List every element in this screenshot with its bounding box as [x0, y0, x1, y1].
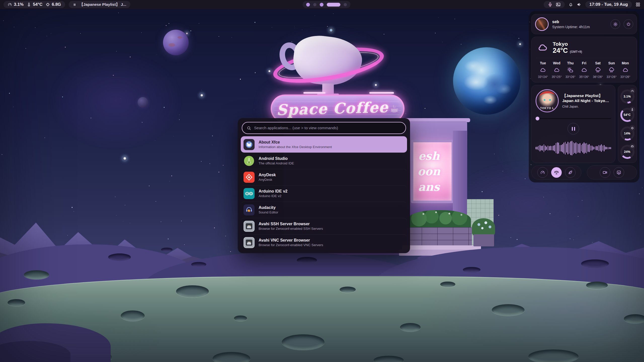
app-subtitle: Browse for Zeroconf-enabled SSH Servers: [259, 227, 323, 231]
system-uptime: System Uptime: 4h11m: [552, 25, 607, 29]
bell-icon[interactable]: [568, 2, 573, 7]
image-icon[interactable]: [556, 2, 561, 7]
app-subtitle: Sound Editor: [259, 211, 278, 214]
app-list-item-about-xfce[interactable]: About Xfce Information about the Xfce De…: [241, 136, 407, 153]
app-subtitle: AnyDesk: [259, 178, 276, 182]
quick-button-video-camera[interactable]: [600, 167, 610, 178]
crater: [624, 314, 644, 323]
chip-icon: [631, 126, 634, 130]
track-progress[interactable]: [536, 116, 611, 120]
avatar[interactable]: [535, 17, 549, 31]
power-button[interactable]: [624, 19, 633, 29]
app-title: Android Studio: [259, 157, 294, 161]
gauge-speedometer: 3.1%: [620, 88, 635, 104]
crater: [400, 323, 421, 332]
workspace-indicator[interactable]: [303, 1, 350, 8]
quick-settings-right: [587, 165, 637, 179]
mic-icon[interactable]: [548, 2, 553, 7]
album-art[interactable]: TOKYO L: [536, 89, 559, 112]
cloud-icon: [540, 67, 546, 73]
audacity-icon: [244, 204, 255, 215]
app-list-item-avahi-vnc-server-browser[interactable]: Avahi VNC Server Browser Browse for Zero…: [241, 234, 407, 251]
crater: [191, 262, 206, 267]
crater: [121, 310, 145, 321]
shop-step: [402, 245, 481, 250]
forecast-day-label: Fri: [582, 61, 586, 65]
coffee-cup-glyph-icon: ☕: [390, 103, 399, 114]
volume-icon[interactable]: [577, 2, 582, 7]
forecast-day-mon: Mon 33°/26°: [618, 61, 632, 79]
stat-value: 3.1%: [14, 2, 24, 7]
workspace-dot-2[interactable]: [313, 3, 316, 6]
forecast-day-sat: Sat 36°/26°: [591, 61, 605, 79]
workspace-dot-1[interactable]: [306, 3, 310, 7]
workspace-dot-5[interactable]: [344, 3, 347, 6]
app-list-item-arduino-ide-v2[interactable]: Arduino IDE v2 Arduino IDE v2: [241, 185, 407, 202]
clock-label: 17:09 - Tue, 19 Aug: [589, 2, 628, 7]
speedometer-icon: [631, 89, 634, 93]
progress-handle[interactable]: [536, 117, 539, 120]
album-art-text: TOKYO L: [536, 107, 558, 110]
crater: [340, 287, 356, 293]
forecast-day-fri: Fri 35°/26°: [577, 61, 591, 79]
sun-cloud-icon: [567, 67, 574, 73]
cloud-icon: [581, 67, 587, 73]
divider: [536, 58, 632, 58]
crater: [108, 253, 131, 261]
crater: [176, 285, 209, 297]
disk-icon: [631, 145, 634, 148]
earth-planet: [453, 47, 520, 115]
forecast-day-tue: Tue 33°/24°: [536, 61, 550, 79]
system-stats-pill[interactable]: 3.1%54°C6.8G: [4, 1, 65, 8]
gauge-disk: 24%: [620, 144, 635, 160]
scales-icon: [554, 170, 559, 175]
app-subtitle: Information about the Xfce Desktop Envir…: [259, 145, 332, 149]
tray-pill[interactable]: [544, 1, 565, 8]
workspace-dot-3[interactable]: [320, 3, 324, 7]
arduino-icon: [244, 188, 255, 199]
app-list: About Xfce Information about the Xfce De…: [238, 136, 410, 251]
flower-pot: [473, 234, 494, 246]
clock-pill[interactable]: 17:09 - Tue, 19 Aug: [585, 1, 632, 8]
progress-track[interactable]: [539, 118, 611, 119]
app-list-item-anydesk[interactable]: AnyDesk AnyDesk: [241, 169, 407, 185]
quick-button-leaf[interactable]: [565, 167, 576, 178]
crater: [24, 270, 49, 279]
quick-button-screenshot[interactable]: [614, 167, 624, 178]
search-bar[interactable]: [242, 122, 406, 134]
screenshot-icon: [616, 170, 621, 175]
thermometer-icon: [27, 2, 31, 7]
user-name: seb: [552, 20, 607, 24]
weather-city: Tokyo: [553, 41, 582, 47]
search-input[interactable]: [254, 126, 401, 130]
stat-speedometer: 3.1%: [8, 2, 24, 7]
quick-settings-left: [531, 165, 581, 179]
forecast-temps: 33°/26°: [566, 75, 576, 79]
workspace-dot-4[interactable]: [327, 3, 340, 7]
app-grid-icon[interactable]: [635, 2, 640, 7]
crater: [8, 299, 25, 306]
quick-button-speedometer[interactable]: [537, 167, 548, 178]
avahi-icon: [244, 237, 255, 248]
app-list-item-android-studio[interactable]: Android Studio The official Android IDE: [241, 153, 407, 169]
forecast-day-label: Wed: [553, 61, 560, 65]
control-sidebar: seb System Uptime: 4h11m Tokyo 24°C (GMT…: [529, 11, 639, 183]
speedometer-icon: [8, 2, 12, 7]
crater: [161, 248, 173, 252]
app-subtitle: Browse for Zeroconf-enabled VNC Servers: [259, 243, 323, 247]
cloud-icon: [536, 42, 549, 53]
app-list-item-avahi-ssh-server-browser[interactable]: Avahi SSH Server Browser Browse for Zero…: [241, 218, 407, 234]
search-icon: [247, 126, 251, 130]
cloud-icon: [553, 67, 560, 73]
quick-button-scales[interactable]: [551, 167, 562, 178]
chip-icon: [46, 2, 50, 7]
speedometer-icon: [540, 170, 545, 175]
crater: [492, 304, 525, 316]
stat-value: 6.8G: [52, 2, 61, 7]
app-list-item-audacity[interactable]: Audacity Sound Editor: [241, 202, 407, 218]
now-playing-pill[interactable]: 【Japanese Playlist】 J...: [69, 1, 130, 8]
power-icon: [626, 22, 631, 27]
play-pause-button[interactable]: [568, 123, 579, 134]
crater: [282, 334, 325, 350]
settings-button[interactable]: [611, 19, 620, 29]
